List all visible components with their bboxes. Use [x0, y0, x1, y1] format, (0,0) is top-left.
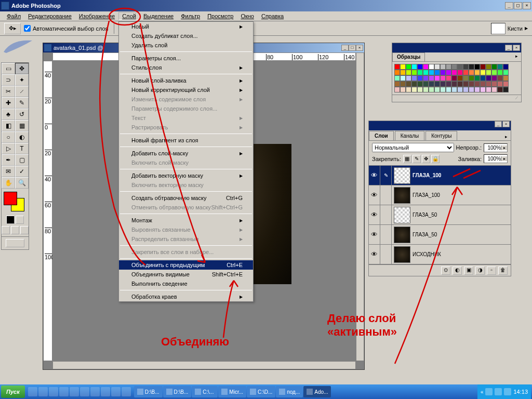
- standard-mode-icon[interactable]: [6, 216, 15, 224]
- menu-item[interactable]: Параметры слоя...: [119, 54, 253, 63]
- link-icon[interactable]: [380, 245, 392, 264]
- quick-launch-icon[interactable]: [90, 387, 100, 396]
- swatch[interactable]: [400, 87, 406, 92]
- taskbar-task[interactable]: D:\В...: [163, 386, 192, 397]
- layer-thumbnail[interactable]: [394, 227, 410, 243]
- swatch[interactable]: [451, 81, 457, 87]
- swatch[interactable]: [497, 70, 503, 75]
- swatch[interactable]: [457, 87, 463, 92]
- layer-row[interactable]: 👁ГЛАЗА_50: [369, 205, 511, 225]
- vertical-scrollbar[interactable]: [356, 52, 364, 361]
- swatch[interactable]: [480, 81, 486, 87]
- menu-item[interactable]: Объединить видимыеShift+Ctrl+E: [119, 270, 253, 279]
- swatch[interactable]: [480, 70, 486, 75]
- move-tool[interactable]: ✥: [15, 63, 29, 74]
- swatch[interactable]: [463, 87, 469, 92]
- swatch[interactable]: [411, 70, 417, 75]
- swatch[interactable]: [434, 64, 440, 70]
- shape-tool[interactable]: ▢: [15, 154, 29, 166]
- swatch[interactable]: [417, 64, 423, 70]
- new-layer-icon[interactable]: ▫: [487, 267, 496, 275]
- swatch[interactable]: [440, 64, 446, 70]
- wand-tool[interactable]: ✦: [15, 74, 29, 86]
- swatch[interactable]: [457, 81, 463, 87]
- swatch[interactable]: [417, 87, 423, 92]
- layer-row[interactable]: 👁ГЛАЗА_50: [369, 225, 511, 245]
- swatch[interactable]: [503, 70, 509, 75]
- swatch[interactable]: [429, 87, 434, 92]
- swatch[interactable]: [474, 70, 480, 75]
- swatch[interactable]: [503, 64, 509, 70]
- quick-launch-icon[interactable]: [59, 387, 69, 396]
- visibility-icon[interactable]: 👁: [369, 166, 380, 185]
- swatch[interactable]: [486, 75, 491, 81]
- move-tool-icon[interactable]: ✥▸: [4, 23, 21, 34]
- quick-launch-icon[interactable]: [111, 387, 121, 396]
- swatch[interactable]: [406, 81, 411, 87]
- swatch[interactable]: [394, 75, 400, 81]
- visibility-icon[interactable]: 👁: [369, 225, 380, 244]
- swatches-tab[interactable]: Образцы: [392, 52, 425, 61]
- swatch[interactable]: [451, 64, 457, 70]
- swatch[interactable]: [394, 81, 400, 87]
- swatch[interactable]: [503, 75, 509, 81]
- type-tool[interactable]: T: [15, 143, 29, 154]
- swatch[interactable]: [400, 75, 406, 81]
- visibility-icon[interactable]: 👁: [369, 185, 380, 205]
- quick-launch-icon[interactable]: [28, 387, 37, 396]
- visibility-icon[interactable]: 👁: [369, 205, 380, 224]
- swatch[interactable]: [491, 70, 497, 75]
- swatch[interactable]: [434, 87, 440, 92]
- taskbar-task[interactable]: Ado...: [303, 386, 331, 397]
- marquee-tool[interactable]: ▭: [2, 63, 15, 74]
- swatch[interactable]: [469, 75, 474, 81]
- swatch[interactable]: [429, 81, 434, 87]
- tray-icon[interactable]: [495, 388, 502, 395]
- eyedropper-tool[interactable]: ✓: [15, 166, 29, 177]
- swatch[interactable]: [411, 64, 417, 70]
- hand-tool[interactable]: ✋: [2, 177, 15, 189]
- layer-mask-icon[interactable]: ◐: [453, 267, 462, 275]
- tray-icon[interactable]: [504, 388, 511, 395]
- layer-style-icon[interactable]: ⊙: [441, 267, 450, 275]
- swatch[interactable]: [417, 75, 423, 81]
- swatch[interactable]: [497, 87, 503, 92]
- notes-tool[interactable]: ✉: [2, 166, 15, 177]
- menu-item[interactable]: Выполнить сведение: [119, 279, 253, 288]
- healing-tool[interactable]: ✚: [2, 97, 15, 109]
- quick-launch-icon[interactable]: [122, 387, 131, 396]
- swatch[interactable]: [394, 87, 400, 92]
- menu-filter[interactable]: Фильтр: [177, 12, 204, 20]
- crop-tool[interactable]: ✂: [2, 86, 15, 97]
- layer-name[interactable]: ГЛАЗА_100: [413, 192, 511, 198]
- menu-layer[interactable]: Слой: [118, 12, 140, 20]
- quick-launch-icon[interactable]: [49, 387, 58, 396]
- panel-close-button[interactable]: ×: [513, 45, 520, 51]
- swatch[interactable]: [457, 64, 463, 70]
- stamp-tool[interactable]: ♣: [2, 109, 15, 120]
- layer-name[interactable]: ГЛАЗА_50: [413, 212, 511, 218]
- swatch[interactable]: [451, 75, 457, 81]
- quick-launch-icon[interactable]: [38, 387, 48, 396]
- swatch[interactable]: [497, 64, 503, 70]
- layer-name[interactable]: ИСХОДНИК: [413, 251, 511, 257]
- doc-close-button[interactable]: ×: [356, 45, 363, 51]
- layer-name[interactable]: ГЛАЗА_50: [413, 232, 511, 237]
- swatch[interactable]: [503, 81, 509, 87]
- swatch[interactable]: [463, 75, 469, 81]
- close-button[interactable]: ×: [523, 2, 531, 9]
- swatch[interactable]: [486, 87, 491, 92]
- taskbar-task[interactable]: C:\...: [192, 386, 218, 397]
- resize-grip-icon[interactable]: ⟋: [514, 95, 519, 102]
- swatch[interactable]: [429, 75, 434, 81]
- link-icon[interactable]: [380, 225, 392, 244]
- link-icon[interactable]: ✎: [380, 166, 392, 185]
- blend-mode-select[interactable]: Нормальный: [372, 143, 454, 152]
- menu-item[interactable]: Новый слой-заливка▶: [119, 76, 253, 85]
- swatch[interactable]: [394, 70, 400, 75]
- swatch[interactable]: [434, 75, 440, 81]
- panel-close-button[interactable]: ×: [502, 121, 510, 127]
- swatch[interactable]: [469, 87, 474, 92]
- swatch[interactable]: [400, 81, 406, 87]
- swatch[interactable]: [411, 75, 417, 81]
